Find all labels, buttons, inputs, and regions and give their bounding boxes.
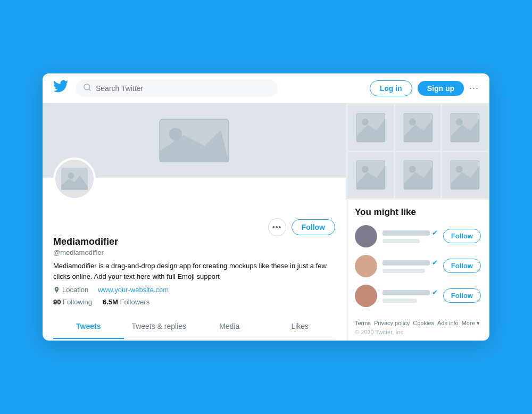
footer-links-row: Terms Privacy policy Cookies Ads info Mo… [355,320,481,327]
profile-website[interactable]: www.your-website.com [98,286,169,294]
main-layout: ••• Follow Mediamodifier @mediamodifier … [43,103,489,340]
svg-point-18 [362,166,369,173]
follow-button[interactable]: Follow [292,219,335,235]
search-box[interactable] [76,79,278,97]
profile-column: ••• Follow Mediamodifier @mediamodifier … [43,103,346,340]
suggest-item-3: ✔ Follow [355,285,481,307]
profile-more-button[interactable]: ••• [268,218,286,236]
follow-button-2[interactable]: Follow [443,259,481,273]
svg-point-12 [409,119,415,126]
profile-meta: Location www.your-website.com [53,286,335,294]
suggest-info-3: ✔ [383,288,438,303]
avatar [53,158,96,200]
footer-more[interactable]: More ▾ [462,320,480,327]
photo-grid [346,103,489,199]
footer-privacy[interactable]: Privacy policy [374,320,410,327]
profile-actions: ••• Follow [53,213,335,236]
profile-location: Location [53,286,88,294]
more-nav-button[interactable]: ··· [469,82,479,94]
profile-handle: @mediamodifier [53,249,335,256]
suggest-info-1: ✔ [383,229,438,243]
tab-likes[interactable]: Likes [265,314,336,339]
verified-icon-2: ✔ [432,259,438,267]
followers-stat[interactable]: 6.5M Followers [103,298,149,306]
photo-cell-6 [442,152,488,198]
photo-cell-2 [395,105,441,151]
following-stat[interactable]: 90 Following [53,298,92,306]
profile-bio: Mediamodifier is a drag-and-drop design … [53,261,335,281]
profile-tabs: Tweets Tweets & replies Media Likes [53,314,335,340]
footer-ads[interactable]: Ads info [437,320,459,327]
profile-section: ••• Follow Mediamodifier @mediamodifier … [43,178,346,340]
twitter-logo [53,79,68,97]
follow-button-3[interactable]: Follow [443,288,481,303]
suggest-handle-bar-3 [383,299,417,303]
suggest-item-1: ✔ Follow [355,225,481,247]
dots-icon: ••• [272,223,282,231]
signup-button[interactable]: Sign up [418,81,464,96]
search-icon [83,83,92,93]
suggest-info-2: ✔ [383,259,438,273]
suggest-handle-bar-1 [383,239,420,243]
svg-point-6 [68,173,74,179]
photo-cell-5 [395,152,441,198]
photo-cell-3 [442,105,488,151]
profile-name: Mediamodifier [53,236,335,247]
might-like-title: You might like [355,207,481,218]
footer-cookies[interactable]: Cookies [413,320,434,327]
tab-media[interactable]: Media [194,314,265,339]
suggest-avatar-3 [355,285,377,307]
suggest-name-bar-1 [383,230,430,236]
svg-line-1 [89,89,90,90]
might-like-section: You might like ✔ Follow [346,200,489,307]
profile-stats: 90 Following 6.5M Followers [53,298,335,306]
svg-point-15 [456,119,463,126]
suggest-avatar-2 [355,255,377,277]
follow-button-1[interactable]: Follow [443,229,481,243]
avatar-wrap [53,158,96,200]
search-input[interactable] [96,84,270,93]
footer-links: Terms Privacy policy Cookies Ads info Mo… [346,314,489,341]
suggest-name-row-1: ✔ [383,229,438,237]
suggest-name-bar-3 [383,290,430,295]
photo-cell-1 [348,105,394,151]
suggest-name-row-2: ✔ [383,259,438,267]
svg-point-21 [409,166,415,173]
nav-bar: Log in Sign up ··· [43,73,489,103]
browser-window: Log in Sign up ··· [43,73,489,340]
nav-right: Log in Sign up ··· [370,80,479,96]
suggest-name-row-3: ✔ [383,288,438,296]
right-column: You might like ✔ Follow [346,103,489,340]
footer-copyright: © 2020 Twitter, Inc. [355,329,481,335]
login-button[interactable]: Log in [370,80,412,96]
tab-tweets-replies[interactable]: Tweets & replies [124,314,195,339]
photo-cell-4 [348,152,394,198]
svg-point-24 [456,166,463,173]
verified-icon-1: ✔ [432,229,438,237]
svg-point-9 [362,119,369,126]
suggest-handle-bar-2 [383,269,425,273]
suggest-name-bar-2 [383,260,430,266]
tab-tweets[interactable]: Tweets [53,314,124,339]
verified-icon-3: ✔ [432,288,438,296]
suggest-avatar-1 [355,225,377,247]
footer-terms[interactable]: Terms [355,320,371,327]
suggest-item-2: ✔ Follow [355,255,481,277]
